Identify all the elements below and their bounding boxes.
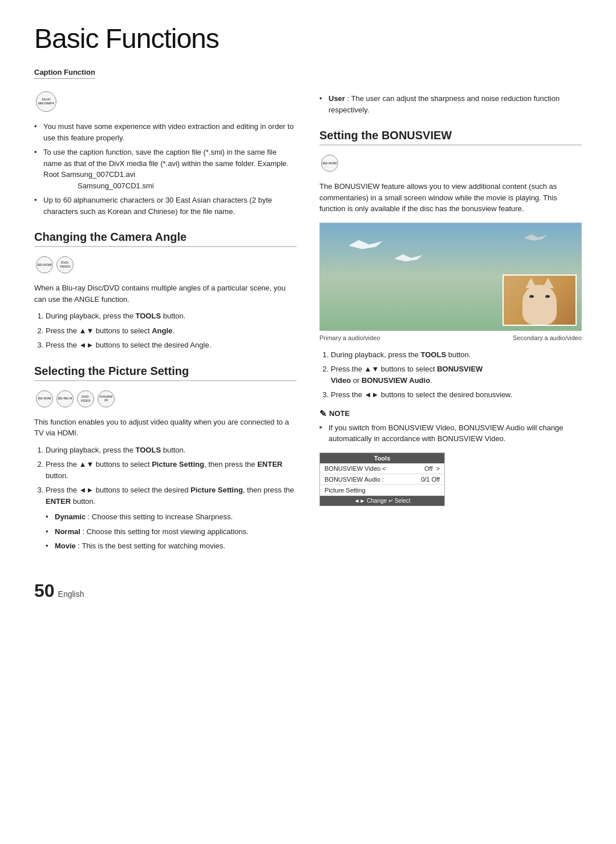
list-item: Press the ▲▼ buttons to select BONUSVIEW… [331, 364, 582, 386]
list-item: To use the caption function, save the ca… [34, 147, 297, 191]
cat-figure [522, 285, 557, 325]
list-item: Press the ▲▼ buttons to select Angle. [46, 325, 297, 337]
secondary-video-window [502, 274, 577, 326]
tools-row-label: Picture Setting [325, 487, 366, 494]
camera-angle-intro: When a Blu-ray Disc/DVD contains multipl… [34, 282, 297, 305]
bonusview-image [319, 223, 582, 331]
bd-re-r-icon: BD-RE/-R [56, 390, 74, 407]
user-bullet: User : The user can adjust the sharpness… [319, 93, 582, 115]
tools-row-picture-setting: Picture Setting [320, 485, 444, 496]
list-item: Movie : This is the best setting for wat… [46, 540, 297, 552]
cat-ear-right [542, 278, 554, 288]
camera-angle-steps: During playback, press the TOOLS button.… [34, 310, 297, 351]
bd-rom-icon2: BD-ROM [36, 390, 53, 407]
list-item: During playback, press the TOOLS button. [331, 349, 582, 361]
cat-eye-right [545, 295, 550, 298]
picture-setting-section: Selecting the Picture Setting BD-ROM BD-… [34, 365, 297, 552]
tools-row-label: BONUSVIEW Video < [325, 465, 386, 472]
list-item: During playback, press the TOOLS button. [46, 445, 297, 456]
bd-rom-icon: BD-ROM [36, 256, 53, 273]
tools-table-footer: ◄► Change ↵ Select [320, 496, 444, 506]
bonusview-intro: The BONUSVIEW feature allows you to view… [319, 181, 582, 215]
camera-angle-icon-row: BD-ROM DVD-VIDEO [34, 254, 297, 276]
tools-table-header: Tools [320, 453, 444, 463]
list-item: During playback, press the TOOLS button. [46, 310, 297, 322]
picture-setting-intro: This function enables you to adjust vide… [34, 417, 297, 439]
tools-row-value: 0/1 Off [421, 476, 440, 483]
list-item: Normal : Choose this setting for most vi… [46, 526, 297, 538]
bonusview-steps: During playback, press the TOOLS button.… [319, 349, 582, 401]
tools-row-label: BONUSVIEW Audio : [325, 476, 384, 483]
caption-function-icon-row: DivX/MKV/MP4 [34, 89, 297, 114]
list-item: Press the ◄► buttons to select the desir… [46, 484, 297, 552]
bonusview-labels: Primary a audio/video Secondary a audio/… [319, 334, 582, 341]
list-item: User : The user can adjust the sharpness… [319, 93, 582, 115]
dvd-rw-icon: DVD±RW/±R [98, 390, 115, 407]
note-item: If you switch from BONUSVIEW Video, BONU… [319, 422, 582, 445]
caption-function-section: Caption Function DivX/MKV/MP4 You must h… [34, 68, 297, 217]
list-item: Press the ◄► buttons to select the desir… [331, 389, 582, 401]
bd-rom-icon3: BD-ROM [321, 155, 338, 172]
picture-setting-title: Selecting the Picture Setting [34, 365, 297, 381]
dvd-video-icon: DVD-VIDEO [56, 256, 74, 273]
page-language: English [58, 589, 84, 599]
caption-function-bullets: You must have some experience with video… [34, 121, 297, 217]
note-title: NOTE [319, 409, 582, 419]
list-item: You must have some experience with video… [34, 121, 297, 143]
tools-row-bonusview-video: BONUSVIEW Video < Off > [320, 463, 444, 474]
primary-audio-video-label: Primary a audio/video [319, 334, 380, 341]
caption-function-title: Caption Function [34, 68, 95, 79]
camera-angle-title: Changing the Camera Angle [34, 231, 297, 247]
secondary-audio-video-label: Secondary a audio/video [513, 334, 582, 341]
dvd-video-icon2: DVD-VIDEO [77, 390, 94, 407]
list-item: Dynamic : Choose this setting to increas… [46, 511, 297, 523]
cat-ear-left [525, 278, 537, 288]
page-number-row: 50 English [34, 580, 582, 601]
tools-table: Tools BONUSVIEW Video < Off > BONUSVIEW … [319, 453, 445, 506]
divx-mkv-mp4-icon: DivX/MKV/MP4 [36, 91, 56, 112]
bonusview-section: Setting the BONUSVIEW BD-ROM The BONUSVI… [319, 129, 582, 506]
bonusview-note: NOTE If you switch from BONUSVIEW Video,… [319, 409, 582, 445]
page-title: Basic Functions [34, 23, 582, 54]
list-item: Press the ▲▼ buttons to select Picture S… [46, 459, 297, 481]
bonusview-icon-row: BD-ROM [319, 152, 582, 174]
cat-eye-left [529, 295, 534, 298]
bonusview-title: Setting the BONUSVIEW [319, 129, 582, 146]
page-number: 50 [34, 580, 55, 601]
left-column: Caption Function DivX/MKV/MP4 You must h… [34, 68, 297, 558]
camera-angle-section: Changing the Camera Angle BD-ROM DVD-VID… [34, 231, 297, 351]
tools-row-value: Off > [424, 465, 440, 472]
picture-setting-steps: During playback, press the TOOLS button.… [34, 445, 297, 552]
list-item: Up to 60 alphanumeric characters or 30 E… [34, 195, 297, 217]
list-item: Press the ◄► buttons to select the desir… [46, 340, 297, 351]
tools-row-bonusview-audio: BONUSVIEW Audio : 0/1 Off [320, 474, 444, 485]
right-column: User : The user can adjust the sharpness… [319, 68, 582, 558]
picture-options: Dynamic : Choose this setting to increas… [46, 511, 297, 552]
picture-setting-icon-row: BD-ROM BD-RE/-R DVD-VIDEO DVD±RW/±R [34, 388, 297, 410]
